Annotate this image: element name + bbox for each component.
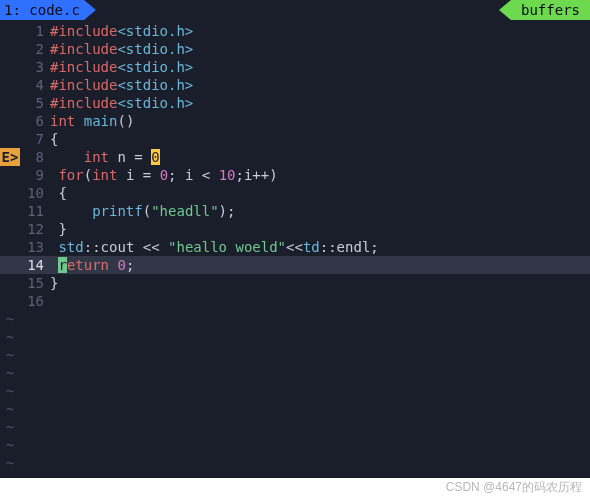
- line-number: 6: [20, 112, 50, 130]
- line-number: 1: [20, 22, 50, 40]
- tilde-icon: ~: [0, 418, 20, 436]
- editor-window: 1: code.c buffers 1#include<stdio.h> 2#i…: [0, 0, 590, 478]
- empty-line: ~: [0, 418, 590, 436]
- line-number: 10: [20, 184, 50, 202]
- tab-current-file[interactable]: 1: code.c: [0, 0, 84, 20]
- line-number: 7: [20, 130, 50, 148]
- code-line: E>8 int n = 0: [0, 148, 590, 166]
- code-line: 10 {: [0, 184, 590, 202]
- tilde-icon: ~: [0, 436, 20, 454]
- tab-bar: 1: code.c buffers: [0, 0, 590, 20]
- line-number: 8: [20, 148, 50, 166]
- cursor-line14: r: [58, 257, 66, 273]
- tilde-icon: ~: [0, 328, 20, 346]
- empty-line: ~: [0, 454, 590, 472]
- empty-line: ~: [0, 436, 590, 454]
- line-number: 9: [20, 166, 50, 184]
- tab-buffers[interactable]: buffers: [511, 0, 590, 20]
- line-number: 3: [20, 58, 50, 76]
- code-line: 4#include<stdio.h>: [0, 76, 590, 94]
- code-line: 5#include<stdio.h>: [0, 94, 590, 112]
- cursor: 0: [151, 149, 159, 165]
- error-sign[interactable]: E>: [0, 148, 20, 166]
- code-line: 9 for(int i = 0; i < 10;i++): [0, 166, 590, 184]
- code-line: 11 printf("headll");: [0, 202, 590, 220]
- tilde-icon: ~: [0, 454, 20, 472]
- line-number: 2: [20, 40, 50, 58]
- empty-line: ~: [0, 400, 590, 418]
- code-line: 6int main(): [0, 112, 590, 130]
- line-number: 14: [20, 256, 50, 274]
- line-number: 5: [20, 94, 50, 112]
- code-line: 1#include<stdio.h>: [0, 22, 590, 40]
- tilde-icon: ~: [0, 400, 20, 418]
- code-line: 3#include<stdio.h>: [0, 58, 590, 76]
- code-content[interactable]: #include<stdio.h>: [50, 22, 590, 40]
- empty-line: ~: [0, 364, 590, 382]
- tilde-icon: ~: [0, 364, 20, 382]
- line-number: 16: [20, 292, 50, 310]
- line-number: 4: [20, 76, 50, 94]
- tilde-icon: ~: [0, 346, 20, 364]
- sign-column: [0, 22, 20, 40]
- tilde-icon: ~: [0, 382, 20, 400]
- line-number: 12: [20, 220, 50, 238]
- line-number: 13: [20, 238, 50, 256]
- tilde-icon: ~: [0, 310, 20, 328]
- watermark: CSDN @4647的码农历程: [446, 479, 582, 496]
- code-line: 16: [0, 292, 590, 310]
- code-line: 7{: [0, 130, 590, 148]
- code-line: 12 }: [0, 220, 590, 238]
- empty-line: ~: [0, 310, 590, 328]
- code-line: 13 std::cout << "heallo woeld"<<td::endl…: [0, 238, 590, 256]
- code-line: 2#include<stdio.h>: [0, 40, 590, 58]
- code-area[interactable]: 1#include<stdio.h> 2#include<stdio.h> 3#…: [0, 20, 590, 472]
- empty-line: ~: [0, 382, 590, 400]
- empty-line: ~: [0, 328, 590, 346]
- code-line: 15}: [0, 274, 590, 292]
- empty-line: ~: [0, 346, 590, 364]
- code-line-current: 14 return 0;: [0, 256, 590, 274]
- line-number: 15: [20, 274, 50, 292]
- line-number: 11: [20, 202, 50, 220]
